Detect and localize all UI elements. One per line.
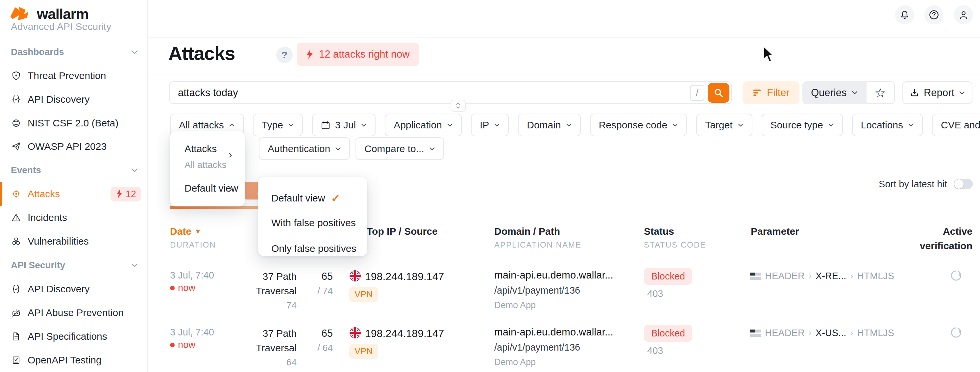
topbar-divider bbox=[148, 37, 980, 38]
column-header-active-2: verification bbox=[907, 240, 972, 252]
chevron-right-icon: › bbox=[229, 183, 232, 195]
uk-flag-icon bbox=[349, 327, 361, 339]
filter-chips-row: All attacks Type 3 Jul Application IP Do… bbox=[170, 113, 980, 136]
queries-label: Queries bbox=[811, 87, 847, 99]
filter-button[interactable]: Filter bbox=[743, 81, 799, 104]
user-icon bbox=[959, 10, 969, 20]
filter-chip-ip[interactable]: IP bbox=[471, 113, 509, 136]
filter-chip-source-type[interactable]: Source type bbox=[762, 113, 843, 136]
sidebar-item-vulnerabilities[interactable]: Vulnerabilities bbox=[0, 230, 148, 253]
menu-item-attacks[interactable]: Attacks bbox=[185, 143, 217, 154]
sidebar-item-label: API Discovery bbox=[28, 94, 89, 105]
sidebar-section-dashboards[interactable]: Dashboards bbox=[0, 40, 148, 64]
sidebar-item-api-discovery-2[interactable]: API Discovery bbox=[0, 277, 148, 301]
biohazard-icon bbox=[11, 237, 21, 246]
chevron-right-icon: › bbox=[809, 271, 811, 281]
hits-value: 65 bbox=[306, 269, 333, 284]
sidebar-item-nist-csf[interactable]: NIST CSF 2.0 (Beta) bbox=[0, 111, 148, 135]
sidebar-item-api-abuse-prevention[interactable]: API Abuse Prevention bbox=[0, 301, 148, 324]
filter-chip-authentication[interactable]: Authentication bbox=[259, 137, 350, 160]
chevron-down-icon bbox=[361, 123, 367, 127]
live-label: now bbox=[178, 339, 195, 350]
chip-label: IP bbox=[480, 120, 489, 131]
column-header-top-ip: Top IP / Source bbox=[367, 226, 438, 237]
notifications-button[interactable] bbox=[895, 5, 914, 24]
vpn-tag: VPN bbox=[349, 344, 378, 359]
sidebar-item-threat-prevention[interactable]: Threat Prevention bbox=[0, 64, 148, 88]
filter-chip-date[interactable]: 3 Jul bbox=[312, 113, 375, 136]
attack-domain[interactable]: main-api.eu.demo.wallar... bbox=[494, 269, 613, 281]
sidebar-section-events[interactable]: Events bbox=[0, 158, 148, 182]
chevron-down-icon bbox=[566, 123, 572, 127]
braces-check-icon bbox=[11, 284, 21, 294]
lightning-icon bbox=[116, 189, 123, 198]
chip-label: Authentication bbox=[268, 143, 330, 154]
sort-by-latest-hit-toggle[interactable] bbox=[954, 179, 973, 189]
hits-value: 65 bbox=[306, 326, 333, 341]
report-button[interactable]: Report bbox=[902, 81, 972, 104]
queries-button[interactable]: Queries bbox=[802, 81, 867, 104]
sidebar-item-api-specifications[interactable]: API Specifications bbox=[0, 324, 148, 348]
chevron-down-icon bbox=[131, 263, 138, 268]
header-divider bbox=[148, 74, 980, 74]
filter-chip-compare-to[interactable]: Compare to... bbox=[355, 137, 444, 160]
sidebar-section-api-security[interactable]: API Security bbox=[0, 254, 148, 277]
hits-total: / 74 bbox=[306, 284, 333, 298]
column-subheader-status-code: STATUS CODE bbox=[644, 240, 706, 249]
help-button[interactable] bbox=[924, 5, 943, 24]
filter-chip-locations[interactable]: Locations bbox=[852, 113, 923, 136]
search-expand-toggle[interactable] bbox=[450, 100, 466, 112]
sidebar-item-label: NIST CSF 2.0 (Beta) bbox=[28, 118, 118, 129]
active-verification-icon[interactable] bbox=[948, 268, 964, 283]
filter-chip-domain[interactable]: Domain bbox=[518, 113, 581, 136]
account-button[interactable] bbox=[954, 5, 973, 24]
vpn-tag: VPN bbox=[349, 287, 378, 302]
attack-path: /api/v1/payment/136 bbox=[494, 342, 580, 353]
badge-count: 12 bbox=[126, 188, 136, 200]
chip-label: Compare to... bbox=[364, 143, 424, 154]
parameter-icon bbox=[750, 273, 761, 280]
filter-chip-response-code[interactable]: Response code bbox=[590, 113, 687, 136]
sidebar-item-api-discovery[interactable]: API Discovery bbox=[0, 88, 148, 111]
search-bar bbox=[169, 81, 732, 104]
favorite-queries-button[interactable]: ☆ bbox=[867, 81, 895, 104]
submenu-option-with-false-positives[interactable]: With false positives bbox=[271, 217, 356, 228]
submenu-option-default-view[interactable]: Default view ✓ bbox=[271, 192, 340, 205]
param-type: HTMLJS bbox=[857, 271, 894, 281]
mouse-cursor bbox=[762, 45, 775, 64]
filter-chip-application[interactable]: Application bbox=[385, 113, 462, 136]
chevron-down-icon bbox=[738, 123, 743, 127]
chevron-up-icon bbox=[456, 102, 460, 105]
warning-icon bbox=[11, 213, 21, 222]
checklist-icon bbox=[11, 356, 21, 365]
attack-live-status: now bbox=[170, 339, 195, 350]
filter-chip-type[interactable]: Type bbox=[253, 113, 303, 136]
sidebar-item-attacks[interactable]: Attacks 12 bbox=[0, 182, 148, 206]
attack-ip[interactable]: 198.244.189.147 bbox=[365, 271, 444, 283]
attack-domain[interactable]: main-api.eu.demo.wallar... bbox=[494, 326, 613, 338]
bot-icon bbox=[11, 308, 21, 317]
sidebar-item-incidents[interactable]: Incidents bbox=[0, 206, 148, 230]
filter-chip-cve-exploits[interactable]: CVE and exploits bbox=[932, 113, 980, 136]
search-input[interactable] bbox=[177, 86, 606, 99]
sidebar-item-openapi-testing[interactable]: OpenAPI Testing bbox=[0, 348, 148, 372]
search-button[interactable] bbox=[708, 83, 729, 103]
attacks-now-alert[interactable]: 12 attacks right now bbox=[297, 43, 419, 66]
column-header-status: Status bbox=[644, 226, 674, 237]
submenu-option-only-false-positives[interactable]: Only false positives bbox=[271, 243, 356, 254]
attacks-view-menu: Attacks All attacks › Default view › bbox=[170, 131, 245, 206]
chevron-down-icon bbox=[288, 123, 294, 127]
attack-type-line: 37 Path bbox=[210, 269, 297, 284]
attack-type: 37 Path Traversal 74 bbox=[210, 269, 297, 313]
filter-chip-target[interactable]: Target bbox=[696, 113, 752, 136]
page-help-icon[interactable]: ? bbox=[276, 47, 293, 63]
attack-type-line: 37 Path bbox=[210, 326, 297, 341]
sidebar-item-owasp-api[interactable]: OWASP API 2023 bbox=[0, 135, 148, 158]
sort-by-latest-hit-label: Sort by latest hit bbox=[862, 179, 947, 190]
attack-ip[interactable]: 198.244.189.147 bbox=[365, 327, 444, 340]
active-verification-icon[interactable] bbox=[948, 325, 964, 340]
parameter-icon bbox=[750, 329, 761, 337]
live-dot-icon bbox=[170, 343, 175, 347]
sort-caret-icon: ▼ bbox=[195, 228, 201, 235]
column-header-date[interactable]: Date ▼ bbox=[170, 226, 201, 237]
